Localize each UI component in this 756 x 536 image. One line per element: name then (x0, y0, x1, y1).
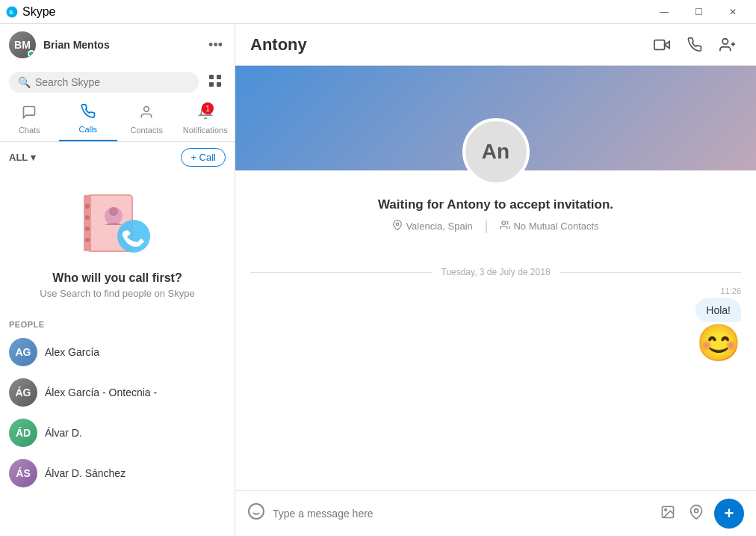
svg-point-23 (249, 504, 264, 519)
tab-chats[interactable]: Chats (0, 98, 59, 141)
svg-point-10 (85, 215, 90, 220)
contact-avatar: ÁS (9, 459, 37, 487)
svg-point-15 (117, 220, 150, 253)
svg-point-28 (695, 508, 698, 512)
grid-button[interactable] (205, 70, 226, 93)
profile-status-text: Waiting for Antony to accept invitation. (250, 197, 741, 212)
tab-contacts-label: Contacts (131, 126, 163, 135)
close-button[interactable]: ✕ (716, 0, 750, 24)
message-group: 11:26 Hola! 😊 (250, 286, 741, 364)
svg-point-9 (85, 204, 90, 209)
contact-avatar: ÁG (9, 378, 37, 407)
online-indicator (28, 50, 35, 58)
contact-name: Álex García - Ontecnia - (45, 386, 157, 398)
app-body: BM Brian Mentos ••• 🔍 (0, 24, 756, 536)
chat-actions (648, 31, 741, 58)
search-icon: 🔍 (18, 76, 31, 88)
add-contact-button[interactable] (714, 31, 741, 58)
svg-point-22 (502, 221, 506, 225)
tab-notifications-label: Notifications (183, 126, 228, 135)
add-person-icon (719, 37, 736, 53)
search-input-wrap: 🔍 (9, 72, 199, 93)
search-input[interactable] (35, 76, 190, 88)
svg-text:S: S (9, 9, 13, 16)
date-line-left (250, 272, 432, 273)
message-bubble: Hola! (695, 298, 741, 322)
svg-rect-17 (654, 40, 665, 49)
date-text: Tuesday, 3 de July de 2018 (441, 267, 550, 277)
filter-bar: ALL ▾ + Call (0, 142, 235, 173)
list-item[interactable]: AG Alex García (0, 332, 235, 372)
emoji-button[interactable] (247, 502, 265, 525)
new-call-button[interactable]: + Call (181, 148, 226, 167)
send-button[interactable]: + (714, 499, 744, 529)
people-section: PEOPLE AG Alex García ÁG Álex García - O… (0, 314, 235, 536)
image-button[interactable] (657, 502, 678, 526)
contacts-meta: No Mutual Contacts (500, 220, 598, 232)
avatar-image: ÁS (9, 459, 37, 487)
video-icon (654, 37, 670, 53)
list-item[interactable]: ÁD Álvar D. (0, 413, 235, 453)
svg-point-21 (397, 223, 400, 226)
svg-point-6 (144, 107, 149, 112)
list-item[interactable]: ÁS Álvar D. Sánchez (0, 453, 235, 493)
user-header: BM Brian Mentos ••• (0, 24, 235, 66)
svg-rect-2 (209, 75, 214, 79)
contacts-icon (139, 105, 154, 123)
message-time: 11:26 (720, 286, 741, 295)
grid-icon (209, 75, 221, 87)
profile-banner: An (235, 66, 756, 170)
contact-name: Álvar D. (45, 427, 82, 439)
date-divider: Tuesday, 3 de July de 2018 (250, 267, 741, 277)
more-options-button[interactable]: ••• (205, 34, 226, 56)
svg-rect-4 (209, 82, 214, 87)
location-icon (392, 220, 403, 232)
chat-messages: Tuesday, 3 de July de 2018 11:26 Hola! 😊 (235, 246, 756, 490)
svg-point-18 (722, 38, 728, 43)
filter-all-button[interactable]: ALL ▾ (9, 152, 36, 163)
app-title: Skype (22, 5, 55, 19)
location-icon (689, 505, 704, 520)
message-input[interactable] (273, 508, 650, 520)
contact-avatar: AG (9, 338, 37, 366)
tab-notifications[interactable]: 1 Notifications (176, 98, 235, 141)
contacts-meta-icon (500, 220, 510, 232)
location-button[interactable] (686, 502, 707, 526)
profile-meta: Valencia, Spain | No Mutual Contacts (250, 218, 741, 234)
list-item[interactable]: ÁG Álex García - Ontecnia - (0, 372, 235, 413)
titlebar: S Skype — ☐ ✕ (0, 0, 756, 24)
tab-calls[interactable]: Calls (59, 98, 118, 141)
tab-contacts[interactable]: Contacts (117, 98, 176, 141)
svg-marker-16 (665, 41, 669, 48)
chevron-down-icon: ▾ (31, 152, 36, 163)
mutual-contacts-text: No Mutual Contacts (513, 221, 598, 232)
contact-avatar: ÁD (9, 419, 37, 447)
avatar[interactable]: BM (9, 31, 36, 58)
people-label: PEOPLE (0, 314, 235, 332)
date-line-right (560, 272, 741, 273)
maximize-button[interactable]: ☐ (681, 0, 716, 24)
svg-rect-8 (84, 195, 91, 251)
svg-rect-3 (217, 75, 221, 79)
audio-call-button[interactable] (681, 31, 708, 58)
meta-divider: | (485, 218, 489, 234)
video-call-button[interactable] (648, 31, 675, 58)
contact-name: Álvar D. Sánchez (45, 467, 126, 479)
chat-header: Antony (235, 24, 756, 66)
chats-icon (22, 105, 37, 123)
notification-badge: 1 (202, 102, 214, 114)
chat-contact-name: Antony (250, 35, 307, 55)
empty-illustration (72, 188, 162, 262)
emoji-message: 😊 (696, 322, 741, 364)
tab-calls-label: Calls (79, 125, 97, 134)
image-icon (660, 505, 675, 520)
avatar-image: AG (9, 338, 37, 366)
search-bar: 🔍 (0, 66, 235, 98)
avatar-image: ÁD (9, 419, 37, 447)
svg-point-12 (85, 238, 90, 242)
minimize-button[interactable]: — (647, 0, 681, 24)
location-meta: Valencia, Spain (392, 220, 472, 232)
location-text: Valencia, Spain (406, 221, 472, 232)
svg-rect-5 (217, 82, 221, 87)
tab-chats-label: Chats (19, 126, 40, 135)
